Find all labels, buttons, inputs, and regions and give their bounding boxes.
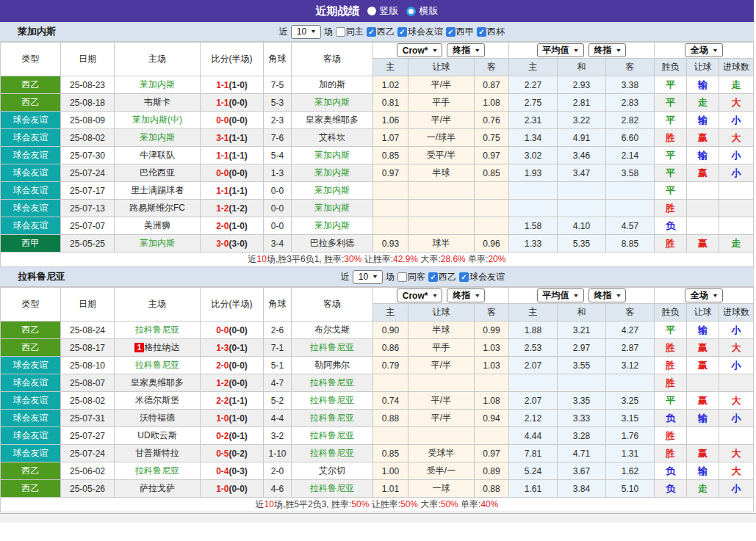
result-cell-1: 输 [687, 112, 719, 129]
avg-odds-cell-2: 4.27 [606, 322, 655, 339]
result-cell-1: 赢 [687, 129, 719, 147]
unit-label: 场 [324, 26, 333, 38]
summary-label: 让胜率: [361, 254, 393, 264]
orientation-radio-vertical[interactable]: 竖版 [367, 4, 399, 18]
avg-odds-cell-1: 3.46 [558, 147, 606, 164]
halftime-score: (0-3) [229, 466, 248, 476]
bookmaker-select[interactable]: Crow*▼ [397, 288, 443, 302]
col-header-2: 主场 [115, 43, 201, 76]
avg-odds-cell-2: 4.57 [606, 217, 655, 235]
result-cell-2 [719, 182, 754, 200]
odds-col-header-1: 让球 [408, 304, 475, 322]
match-row: 西乙25-06-02拉科鲁尼亚0-4(0-3)2-0艾尔切1.00受半/一0.8… [1, 462, 754, 480]
league-filter-checkbox-1[interactable]: ✓球会友谊 [397, 26, 443, 38]
handicap-odds-cell-1 [408, 200, 475, 217]
handicap-odds-cell-0: 0.79 [373, 357, 408, 374]
chevron-down-icon: ▼ [573, 293, 580, 299]
home-team-cell: 萨拉戈萨 [115, 480, 201, 498]
handicap-odds-cell-1: 球半 [408, 235, 475, 253]
radio-unselected-icon[interactable] [367, 7, 376, 15]
league-filter-checkbox-1-box[interactable]: ✓ [459, 272, 469, 282]
result-cell-1 [687, 427, 719, 445]
chevron-down-icon: ▼ [474, 293, 480, 299]
avg-odds-cell-1: 3.35 [558, 392, 606, 410]
avg-odds-cell-0: 5.24 [509, 462, 558, 480]
home-team-name: 格拉纳达 [145, 342, 180, 352]
result-cell-2: 小 [719, 112, 754, 129]
same-venue-checkbox[interactable]: 同客 [397, 271, 425, 283]
handicap-odds-cell-1: 平/半 [408, 112, 475, 129]
final-odds-select-1[interactable]: 终指▼ [447, 288, 485, 302]
league-cell: 球会友谊 [1, 427, 61, 445]
score-cell: 2-0(1-0) [201, 217, 264, 235]
summary-text: 近10场,胜5平2负3, 胜率:50% 让胜率:50% 大率:50% 单率:40… [1, 498, 754, 512]
final-odds-select-2[interactable]: 终指▼ [588, 288, 627, 302]
chevron-down-icon: ▼ [431, 48, 438, 54]
col-header-0: 类型 [1, 43, 61, 76]
league-filter-checkbox-2[interactable]: ✓西甲 [446, 26, 474, 38]
average-select[interactable]: 平均值▼ [537, 43, 584, 57]
handicap-odds-cell-0 [373, 200, 408, 217]
away-team-cell: 拉科鲁尼亚 [292, 480, 373, 498]
fulltime-select[interactable]: 全场▼ [685, 288, 723, 302]
avg-odds-cell-1: 3.33 [558, 410, 606, 427]
league-filter-checkbox-0-box[interactable]: ✓ [367, 27, 376, 37]
fulltime-score: 1-1 [216, 150, 228, 161]
avg-odds-cell-0: 1.61 [509, 480, 558, 498]
final-odds-select-1-value: 终指 [453, 44, 470, 57]
handicap-odds-cell-2: 0.94 [475, 410, 509, 427]
same-venue-checkbox-box[interactable] [336, 27, 345, 37]
league-filter-checkbox-3-box[interactable]: ✓ [477, 27, 486, 37]
away-team-name: 艾科坎 [319, 132, 345, 142]
match-count-select[interactable]: 10▼ [353, 270, 383, 284]
home-team-cell: 拉科鲁尼亚 [115, 462, 201, 480]
fulltime-select[interactable]: 全场▼ [685, 43, 723, 57]
bookmaker-select-value: Crow* [403, 46, 428, 56]
same-venue-checkbox-box[interactable] [397, 272, 407, 282]
league-filter-checkbox-1[interactable]: ✓球会友谊 [459, 271, 505, 283]
result-cell-2: 大 [719, 339, 754, 357]
halftime-score: (0-0) [229, 325, 248, 335]
avg-odds-cell-0: 2.12 [509, 410, 558, 427]
league-filter-checkbox-2-box[interactable]: ✓ [446, 27, 456, 37]
final-odds-select-2[interactable]: 终指▼ [588, 43, 627, 57]
away-team-cell: 勒阿弗尔 [292, 357, 373, 374]
section-controls: 近10▼场同客✓西乙✓球会友谊 [0, 267, 505, 286]
odds-col-header-8: 进球数 [719, 304, 754, 322]
bookmaker-select[interactable]: Crow*▼ [397, 43, 443, 57]
league-cell: 球会友谊 [1, 392, 61, 410]
corners-cell: 4-6 [264, 480, 292, 498]
avg-odds-cell-1 [558, 200, 606, 217]
match-row: 西乙25-08-18韦斯卡1-1(0-0)5-3莱加内斯0.81平手1.082.… [1, 94, 754, 112]
halftime-score: (1-1) [229, 133, 248, 143]
handicap-odds-cell-1: 一/球半 [408, 129, 475, 147]
average-select[interactable]: 平均值▼ [537, 288, 584, 302]
home-team-cell: 牛津联队 [115, 147, 201, 164]
avg-odds-cell-1: 3.22 [558, 112, 606, 129]
league-filter-checkbox-3[interactable]: ✓西杯 [477, 26, 505, 38]
final-odds-select-1[interactable]: 终指▼ [447, 43, 485, 57]
near-label: 近 [341, 271, 350, 283]
league-filter-checkbox-0-box[interactable]: ✓ [428, 272, 438, 282]
summary-label: 近 [248, 254, 257, 264]
handicap-odds-cell-1: 一球 [408, 480, 475, 498]
orientation-radio-horizontal[interactable]: 横版 [406, 4, 439, 18]
result-cell-0: 胜 [655, 445, 687, 462]
match-count-select[interactable]: 10▼ [291, 25, 321, 39]
result-cell-2: 大 [719, 392, 754, 410]
match-row: 西甲25-05-25莱加内斯3-0(3-0)3-4巴拉多利德0.93球半0.96… [1, 235, 754, 253]
summary-value: 10 [257, 254, 267, 264]
league-filter-checkbox-0[interactable]: ✓西乙 [367, 26, 395, 38]
handicap-odds-cell-0 [373, 427, 408, 445]
radio-selected-icon[interactable] [406, 7, 416, 16]
league-filter-checkbox-0[interactable]: ✓西乙 [428, 271, 456, 283]
league-filter-checkbox-1-box[interactable]: ✓ [397, 27, 407, 37]
avg-odds-cell-2: 2.83 [606, 94, 655, 112]
away-team-cell: 拉科鲁尼亚 [292, 410, 373, 427]
match-row: 球会友谊25-07-17里士满踢球者1-1(1-1)0-0莱加内斯平 [1, 182, 754, 200]
match-row: 西乙25-05-26萨拉戈萨1-0(0-0)4-6拉科鲁尼亚1.01一球0.88… [1, 480, 754, 498]
league-filter-checkbox-2-label: 西甲 [456, 26, 474, 38]
league-cell: 球会友谊 [1, 357, 61, 374]
away-team-name: 莱加内斯 [314, 185, 350, 195]
same-venue-checkbox[interactable]: 同主 [336, 26, 364, 38]
